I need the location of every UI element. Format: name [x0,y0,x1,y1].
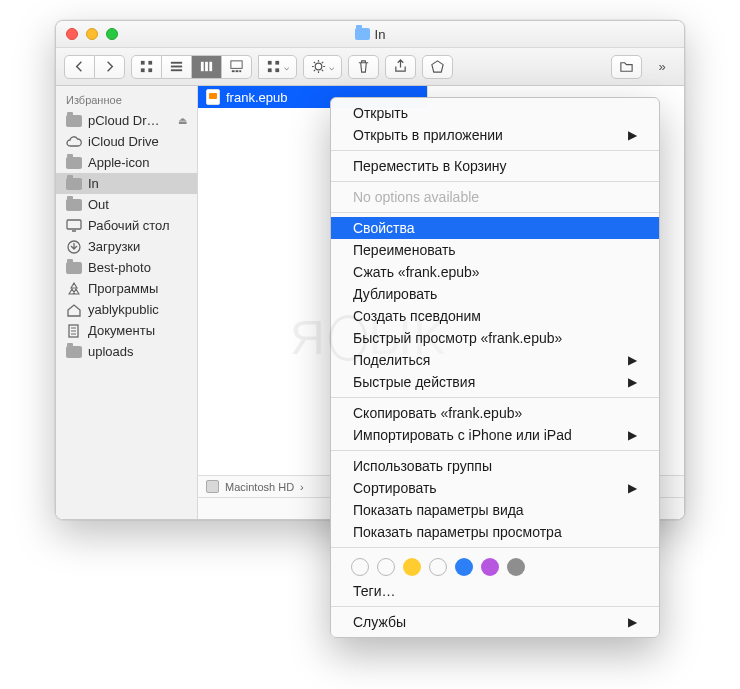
tag-none-2[interactable] [377,558,395,576]
ctx-separator [331,547,659,548]
arrange-group: ⌵ [258,55,297,79]
list-view-button[interactable] [162,55,192,79]
ctx-item: No options available [331,186,659,208]
ctx-separator [331,397,659,398]
downloads-icon [66,240,82,254]
svg-rect-6 [171,69,182,71]
ctx-item[interactable]: Использовать группы [331,455,659,477]
sidebar-item-label: Best-photo [88,260,151,275]
close-window-button[interactable] [66,28,78,40]
sidebar-item-6[interactable]: Загрузки [56,236,197,257]
icon-view-button[interactable] [131,55,162,79]
sidebar-item-label: pCloud Dr… [88,113,160,128]
cloud-icon [66,135,82,149]
ctx-item-label: Сжать «frank.epub» [353,264,480,280]
back-button[interactable] [64,55,95,79]
ctx-item[interactable]: Показать параметры вида [331,499,659,521]
ctx-item[interactable]: Поделиться▶ [331,349,659,371]
ctx-item[interactable]: Быстрый просмотр «frank.epub» [331,327,659,349]
ctx-item[interactable]: Дублировать [331,283,659,305]
ctx-item[interactable]: Сжать «frank.epub» [331,261,659,283]
new-folder-button[interactable] [611,55,642,79]
home-icon [66,303,82,317]
sidebar-item-4[interactable]: Out [56,194,197,215]
ctx-item[interactable]: Переместить в Корзину [331,155,659,177]
ctx-item[interactable]: Импортировать с iPhone или iPad▶ [331,424,659,446]
ctx-item[interactable]: Свойства [331,217,659,239]
arrange-button[interactable]: ⌵ [258,55,297,79]
sidebar-item-label: yablykpublic [88,302,159,317]
ctx-item[interactable]: Быстрые действия▶ [331,371,659,393]
submenu-arrow-icon: ▶ [628,428,637,442]
ctx-separator [331,212,659,213]
trash-button[interactable] [348,55,379,79]
toolbar-overflow-button[interactable]: » [648,55,676,79]
ctx-item-label: Переместить в Корзину [353,158,507,174]
tag-none-3[interactable] [429,558,447,576]
sidebar-item-1[interactable]: iCloud Drive [56,131,197,152]
file-name: frank.epub [226,90,287,105]
ctx-item[interactable]: Показать параметры просмотра [331,521,659,543]
ctx-item-label: Показать параметры просмотра [353,524,562,540]
apps-icon [66,282,82,296]
toolbar: ⌵ ⌵ » [56,48,684,86]
minimize-window-button[interactable] [86,28,98,40]
share-button[interactable] [385,55,416,79]
svg-rect-1 [148,61,152,65]
ctx-item-label: Создать псевдоним [353,308,481,324]
sidebar: Избранное pCloud Dr…⏏iCloud DriveApple-i… [56,86,198,519]
tag-purple[interactable] [481,558,499,576]
column-view-button[interactable] [192,55,222,79]
submenu-arrow-icon: ▶ [628,353,637,367]
path-separator: › [300,481,304,493]
sidebar-item-5[interactable]: Рабочий стол [56,215,197,236]
svg-rect-3 [148,68,152,72]
ctx-item-label: Импортировать с iPhone или iPad [353,427,572,443]
ctx-item-label: Сортировать [353,480,437,496]
tag-blue[interactable] [455,558,473,576]
folder-icon [66,114,82,128]
tags-button[interactable] [422,55,453,79]
titlebar: In [56,21,684,48]
maximize-window-button[interactable] [106,28,118,40]
action-button[interactable]: ⌵ [303,55,342,79]
sidebar-item-2[interactable]: Apple-icon [56,152,197,173]
ctx-item[interactable]: Открыть [331,102,659,124]
sidebar-item-11[interactable]: uploads [56,341,197,362]
sidebar-item-8[interactable]: Программы [56,278,197,299]
ctx-item[interactable]: Создать псевдоним [331,305,659,327]
sidebar-item-10[interactable]: Документы [56,320,197,341]
svg-rect-4 [171,62,182,64]
ctx-separator [331,450,659,451]
svg-rect-2 [141,68,145,72]
ctx-item[interactable]: Переименовать [331,239,659,261]
hard-drive-icon [206,480,219,493]
ctx-item[interactable]: Скопировать «frank.epub» [331,402,659,424]
svg-rect-13 [239,70,241,72]
ctx-separator [331,150,659,151]
sidebar-item-3[interactable]: In [56,173,197,194]
window-controls [66,28,118,40]
ctx-item-label: Скопировать «frank.epub» [353,405,522,421]
tag-yellow[interactable] [403,558,421,576]
ctx-item-label: Дублировать [353,286,437,302]
eject-icon[interactable]: ⏏ [178,115,187,126]
ctx-item-label: Быстрый просмотр «frank.epub» [353,330,562,346]
sidebar-item-7[interactable]: Best-photo [56,257,197,278]
ctx-tags-more[interactable]: Теги… [331,580,659,602]
sidebar-item-0[interactable]: pCloud Dr…⏏ [56,110,197,131]
ctx-item-label: Показать параметры вида [353,502,524,518]
forward-button[interactable] [95,55,125,79]
svg-rect-11 [232,70,235,72]
tag-gray[interactable] [507,558,525,576]
gallery-view-button[interactable] [222,55,252,79]
ctx-services[interactable]: Службы ▶ [331,611,659,633]
folder-icon [66,345,82,359]
ctx-item[interactable]: Сортировать▶ [331,477,659,499]
ctx-item[interactable]: Открыть в приложении▶ [331,124,659,146]
ctx-item-label: Быстрые действия [353,374,475,390]
sidebar-item-9[interactable]: yablykpublic [56,299,197,320]
path-root: Macintosh HD [225,481,294,493]
tag-none-1[interactable] [351,558,369,576]
ctx-item-label: Открыть в приложении [353,127,503,143]
